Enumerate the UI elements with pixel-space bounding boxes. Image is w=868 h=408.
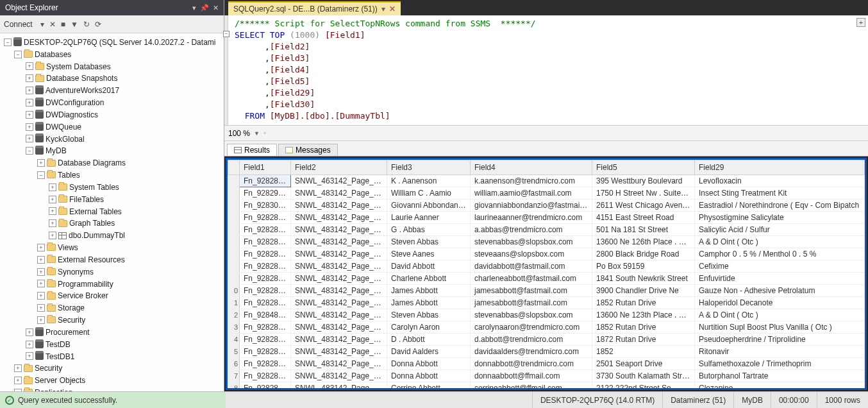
cell-field4[interactable]: corrineabbott@ffmail.com: [471, 382, 592, 391]
server-section[interactable]: Server Objects: [35, 376, 85, 385]
databases-node[interactable]: Databases: [35, 50, 71, 59]
cell-field3[interactable]: Laurie Aanner: [387, 212, 471, 224]
cell-field2[interactable]: SNWL_483142_Page_5658: [291, 285, 387, 297]
cell-field5[interactable]: 4151 East Street Road: [592, 212, 695, 224]
row-number[interactable]: 6: [228, 358, 240, 370]
cell-field29[interactable]: Insect Sting Treatment Kit: [695, 187, 865, 200]
table-row[interactable]: 0Fn_9282845SNWL_483142_Page_5658James Ab…: [228, 285, 865, 297]
row-number[interactable]: [228, 260, 240, 273]
cell-field2[interactable]: SNWL_483142_Page_5658: [291, 260, 387, 273]
cell-field1[interactable]: Fn_9282845: [240, 285, 291, 297]
tree-toggle[interactable]: +: [26, 111, 33, 119]
tree-toggle[interactable]: +: [37, 256, 45, 264]
cell-field3[interactable]: Charlene Abbott: [387, 273, 471, 285]
cell-field3[interactable]: Corrine Abbott: [387, 382, 471, 391]
tree-toggle[interactable]: +: [37, 292, 45, 300]
table-row[interactable]: 6Fn_9282850SNWL_483142_Page_5659Donna Ab…: [228, 358, 865, 370]
cell-field4[interactable]: a.abbas@trendmicro.com: [471, 224, 592, 236]
tree-toggle[interactable]: +: [26, 341, 33, 348]
zoom-level[interactable]: 100 %: [228, 129, 250, 138]
sql-editor[interactable]: − + /****** Script for SelectTopNRows co…: [224, 15, 868, 126]
cell-field1[interactable]: Fn_9282908: [240, 187, 291, 200]
cell-field4[interactable]: jamesabbott@fastmail.com: [471, 285, 592, 297]
cell-field1[interactable]: Fn_9283063: [240, 200, 291, 212]
cell-field2[interactable]: SNWL_483142_Page_5659: [291, 358, 387, 370]
cell-field5[interactable]: 3900 Chandler Drive Ne: [592, 285, 695, 297]
cell-field3[interactable]: James Abbott: [387, 285, 471, 297]
cell-field4[interactable]: davidabbott@fastmail.com: [471, 260, 592, 273]
cell-field5[interactable]: 13600 Ne 123th Place . # C: [592, 309, 695, 321]
table-sub-node[interactable]: FileTables: [69, 195, 104, 204]
cell-field4[interactable]: carolynaaron@trendmicro.com: [471, 321, 592, 334]
table-node-dummay[interactable]: dbo.DummayTbl: [69, 231, 125, 240]
tab-dropdown-icon[interactable]: ▾: [381, 4, 385, 13]
dropdown-icon[interactable]: ▾: [192, 4, 196, 12]
row-number[interactable]: [228, 200, 240, 212]
table-row[interactable]: Fn_9282844SNWL_483142_Page_5658Charlene …: [228, 273, 865, 285]
cell-field5[interactable]: 2501 Seaport Drive: [592, 358, 695, 370]
cell-field3[interactable]: Carolyn Aaron: [387, 321, 471, 334]
tree-toggle[interactable]: +: [49, 207, 56, 215]
row-number[interactable]: 7: [228, 370, 240, 382]
cell-field29[interactable]: Levofloxacin: [695, 175, 865, 187]
cell-field4[interactable]: charleneabbott@fastmail.com: [471, 273, 592, 285]
cell-field29[interactable]: Salicylic Acid / Sulfur: [695, 224, 865, 236]
row-header-corner[interactable]: [228, 160, 240, 175]
table-row[interactable]: 5Fn_9282849SNWL_483142_Page_5659David Aa…: [228, 346, 865, 358]
cell-field5[interactable]: 395 Westtbury Boulevard: [592, 175, 695, 187]
snapshots-node[interactable]: Database Snapshots: [46, 74, 117, 83]
tab-results[interactable]: Results: [227, 144, 277, 156]
row-number[interactable]: 8: [228, 382, 240, 391]
cell-field5[interactable]: 1852: [592, 346, 695, 358]
filter-icon[interactable]: ▼: [71, 20, 78, 29]
cell-field3[interactable]: Donna Abbott: [387, 370, 471, 382]
cell-field1[interactable]: Fn_9282844: [240, 273, 291, 285]
cell-field1[interactable]: Fn_9282841: [240, 236, 291, 248]
cell-field5[interactable]: 1841 South Newkrik Street: [592, 273, 695, 285]
cell-field5[interactable]: 2611 West Chicago Avenue: [592, 200, 695, 212]
db-node[interactable]: AdventureWorks2017: [46, 86, 119, 95]
object-tree[interactable]: −DESKTOP-2QLP76Q (SQL Server 14.0.2027.2…: [0, 33, 224, 391]
table-row[interactable]: 8Fn_9282852SNWL_483142_Page_5659Corrine …: [228, 382, 865, 391]
cell-field1[interactable]: Fn_9282843: [240, 260, 291, 273]
row-number[interactable]: [228, 212, 240, 224]
cell-field29[interactable]: A & D Oint ( Otc ): [695, 236, 865, 248]
db-node[interactable]: DWDiagnostics: [46, 110, 98, 119]
tree-toggle[interactable]: −: [4, 38, 12, 46]
table-row[interactable]: 7Fn_9282851SNWL_483142_Page_5659Donna Ab…: [228, 370, 865, 382]
mydb-sub-node[interactable]: Security: [58, 316, 85, 325]
pin-icon[interactable]: 📌: [200, 4, 209, 12]
cell-field1[interactable]: Fn_9282840: [240, 224, 291, 236]
tree-toggle[interactable]: +: [49, 232, 56, 239]
mydb-sub-node[interactable]: External Resources: [58, 255, 125, 264]
refresh-icon[interactable]: ↻: [83, 20, 90, 29]
cell-field5[interactable]: 3730 South Kalamath Street: [592, 370, 695, 382]
cell-field3[interactable]: James Abbott: [387, 297, 471, 309]
cell-field4[interactable]: stevenabbas@slopsbox.com: [471, 236, 592, 248]
cell-field3[interactable]: William C . Aamio: [387, 187, 471, 200]
db-node[interactable]: KyckGlobal: [46, 134, 85, 143]
cell-field2[interactable]: SNWL_483142_Page_5659: [291, 370, 387, 382]
row-number[interactable]: [228, 273, 240, 285]
tree-toggle[interactable]: +: [14, 364, 22, 372]
close-icon[interactable]: ✕: [213, 4, 219, 12]
zoom-dropdown-icon[interactable]: ▼: [254, 130, 260, 137]
cell-field29[interactable]: Sulfamethoxazole / Trimethoprim: [695, 358, 865, 370]
server-node[interactable]: DESKTOP-2QLP76Q (SQL Server 14.0.2027.2 …: [24, 38, 215, 47]
tree-toggle[interactable]: +: [49, 183, 56, 191]
connect-dropdown-icon[interactable]: ▾: [40, 20, 44, 29]
tree-toggle[interactable]: +: [37, 304, 45, 312]
cell-field29[interactable]: Nurtition Supl Boost Plus Vanilla ( Otc …: [695, 321, 865, 334]
cell-field29[interactable]: A & D Oint ( Otc ): [695, 309, 865, 321]
mydb-sub-node[interactable]: Service Broker: [58, 291, 108, 300]
cell-field29[interactable]: Camphor 0 . 5 % / Menthol 0 . 5 %: [695, 248, 865, 260]
tree-toggle[interactable]: +: [26, 352, 33, 360]
tab-close-icon[interactable]: ✕: [389, 4, 396, 13]
cell-field29[interactable]: Gauze Non - Adhesive Petrolatum: [695, 285, 865, 297]
tree-toggle[interactable]: +: [37, 316, 45, 324]
cell-field4[interactable]: k.aanenson@trendmicro.com: [471, 175, 592, 187]
tree-toggle[interactable]: +: [26, 328, 33, 336]
table-row[interactable]: Fn_9282839SNWL_483142_Page_5658Laurie Aa…: [228, 212, 865, 224]
table-row[interactable]: Fn_9282841SNWL_483142_Page_5658Steven Ab…: [228, 236, 865, 248]
db-node[interactable]: DWQueue: [46, 123, 81, 132]
